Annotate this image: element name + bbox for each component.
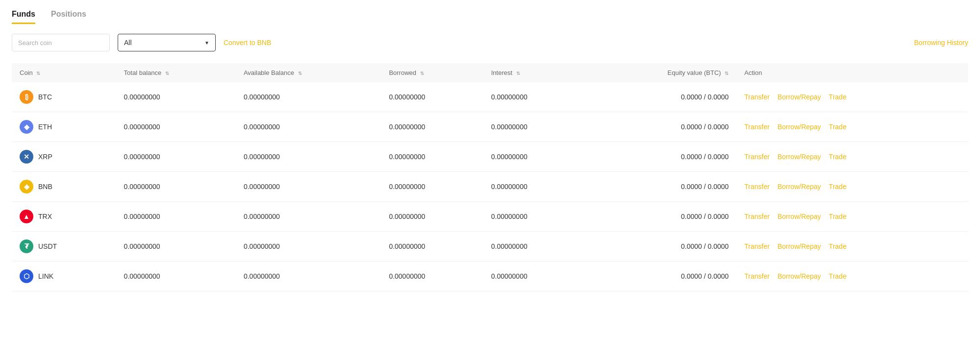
transfer-button[interactable]: Transfer: [744, 93, 770, 101]
coin-icon-btc: ₿: [20, 90, 33, 104]
coin-icon-trx: ▲: [20, 210, 33, 223]
action-cell: TransferBorrow/RepayTrade: [736, 232, 968, 262]
transfer-button[interactable]: Transfer: [744, 213, 770, 220]
funds-table: Coin ⇅ Total balance ⇅ Available Balance…: [12, 63, 968, 291]
col-available-balance: Available Balance ⇅: [236, 63, 381, 82]
coin-cell-trx: ▲ TRX: [12, 202, 116, 232]
filter-dropdown[interactable]: All ▼: [118, 34, 216, 51]
transfer-button[interactable]: Transfer: [744, 272, 770, 280]
coin-cell-btc: ₿ BTC: [12, 82, 116, 112]
borrowing-history-link[interactable]: Borrowing History: [914, 39, 968, 47]
coin-label: USDT: [38, 242, 57, 250]
table-row: ₮ USDT 0.000000000.000000000.000000000.0…: [12, 232, 968, 262]
col-borrowed: Borrowed ⇅: [381, 63, 483, 82]
sort-icon-interest: ⇅: [516, 71, 520, 76]
trade-button[interactable]: Trade: [829, 123, 847, 131]
coin-icon-link: ⬡: [20, 269, 33, 283]
table-header-row: Coin ⇅ Total balance ⇅ Available Balance…: [12, 63, 968, 82]
col-coin: Coin ⇅: [12, 63, 116, 82]
equity-value-cell: 0.0000 / 0.0000: [585, 82, 736, 112]
coin-label: TRX: [38, 213, 52, 220]
borrowed-cell: 0.00000000: [381, 82, 483, 112]
tab-funds[interactable]: Funds: [12, 10, 35, 24]
total-balance-cell: 0.00000000: [116, 142, 236, 172]
action-cell: TransferBorrow/RepayTrade: [736, 262, 968, 291]
total-balance-cell: 0.00000000: [116, 112, 236, 142]
borrowed-cell: 0.00000000: [381, 232, 483, 262]
coin-icon-bnb: ◈: [20, 180, 33, 193]
interest-cell: 0.00000000: [483, 142, 585, 172]
borrow-repay-button[interactable]: Borrow/Repay: [778, 93, 821, 101]
table-row: ▲ TRX 0.000000000.000000000.000000000.00…: [12, 202, 968, 232]
page-container: Funds Positions All ▼ Convert to BNB Bor…: [0, 0, 980, 358]
coin-icon-usdt: ₮: [20, 239, 33, 253]
action-cell: TransferBorrow/RepayTrade: [736, 142, 968, 172]
sort-icon-equity-value: ⇅: [725, 71, 729, 76]
trade-button[interactable]: Trade: [829, 183, 847, 191]
available-balance-cell: 0.00000000: [236, 142, 381, 172]
borrow-repay-button[interactable]: Borrow/Repay: [778, 242, 821, 250]
interest-cell: 0.00000000: [483, 112, 585, 142]
table-row: ◆ ETH 0.000000000.000000000.000000000.00…: [12, 112, 968, 142]
chevron-down-icon: ▼: [204, 40, 209, 46]
table-row: ✕ XRP 0.000000000.000000000.000000000.00…: [12, 142, 968, 172]
transfer-button[interactable]: Transfer: [744, 242, 770, 250]
action-cell: TransferBorrow/RepayTrade: [736, 172, 968, 202]
borrow-repay-button[interactable]: Borrow/Repay: [778, 183, 821, 191]
sort-icon-coin: ⇅: [36, 71, 40, 76]
coin-label: BNB: [38, 183, 52, 191]
convert-to-bnb-button[interactable]: Convert to BNB: [224, 39, 271, 47]
transfer-button[interactable]: Transfer: [744, 183, 770, 191]
equity-value-cell: 0.0000 / 0.0000: [585, 142, 736, 172]
borrowed-cell: 0.00000000: [381, 112, 483, 142]
borrow-repay-button[interactable]: Borrow/Repay: [778, 123, 821, 131]
coin-cell-xrp: ✕ XRP: [12, 142, 116, 172]
borrowed-cell: 0.00000000: [381, 142, 483, 172]
equity-value-cell: 0.0000 / 0.0000: [585, 112, 736, 142]
action-cell: TransferBorrow/RepayTrade: [736, 202, 968, 232]
borrow-repay-button[interactable]: Borrow/Repay: [778, 213, 821, 220]
available-balance-cell: 0.00000000: [236, 82, 381, 112]
interest-cell: 0.00000000: [483, 262, 585, 291]
equity-value-cell: 0.0000 / 0.0000: [585, 172, 736, 202]
borrow-repay-button[interactable]: Borrow/Repay: [778, 272, 821, 280]
coin-label: ETH: [38, 123, 52, 131]
trade-button[interactable]: Trade: [829, 272, 847, 280]
available-balance-cell: 0.00000000: [236, 232, 381, 262]
total-balance-cell: 0.00000000: [116, 82, 236, 112]
table-row: ◈ BNB 0.000000000.000000000.000000000.00…: [12, 172, 968, 202]
action-cell: TransferBorrow/RepayTrade: [736, 82, 968, 112]
trade-button[interactable]: Trade: [829, 93, 847, 101]
coin-icon-eth: ◆: [20, 120, 33, 134]
dropdown-value: All: [124, 39, 132, 47]
available-balance-cell: 0.00000000: [236, 112, 381, 142]
coin-label: BTC: [38, 93, 52, 101]
total-balance-cell: 0.00000000: [116, 202, 236, 232]
transfer-button[interactable]: Transfer: [744, 153, 770, 161]
total-balance-cell: 0.00000000: [116, 232, 236, 262]
coin-cell-bnb: ◈ BNB: [12, 172, 116, 202]
available-balance-cell: 0.00000000: [236, 202, 381, 232]
action-cell: TransferBorrow/RepayTrade: [736, 112, 968, 142]
col-equity-value: Equity value (BTC) ⇅: [585, 63, 736, 82]
interest-cell: 0.00000000: [483, 82, 585, 112]
table-row: ⬡ LINK 0.000000000.000000000.000000000.0…: [12, 262, 968, 291]
coin-label: XRP: [38, 153, 52, 161]
col-action: Action: [736, 63, 968, 82]
borrow-repay-button[interactable]: Borrow/Repay: [778, 153, 821, 161]
trade-button[interactable]: Trade: [829, 153, 847, 161]
interest-cell: 0.00000000: [483, 202, 585, 232]
equity-value-cell: 0.0000 / 0.0000: [585, 232, 736, 262]
transfer-button[interactable]: Transfer: [744, 123, 770, 131]
borrowed-cell: 0.00000000: [381, 262, 483, 291]
tab-bar: Funds Positions: [12, 10, 968, 24]
tab-positions[interactable]: Positions: [51, 10, 86, 24]
search-input[interactable]: [12, 34, 110, 51]
col-interest: Interest ⇅: [483, 63, 585, 82]
interest-cell: 0.00000000: [483, 172, 585, 202]
coin-cell-link: ⬡ LINK: [12, 262, 116, 291]
trade-button[interactable]: Trade: [829, 242, 847, 250]
sort-icon-borrowed: ⇅: [420, 71, 424, 76]
trade-button[interactable]: Trade: [829, 213, 847, 220]
borrowed-cell: 0.00000000: [381, 172, 483, 202]
